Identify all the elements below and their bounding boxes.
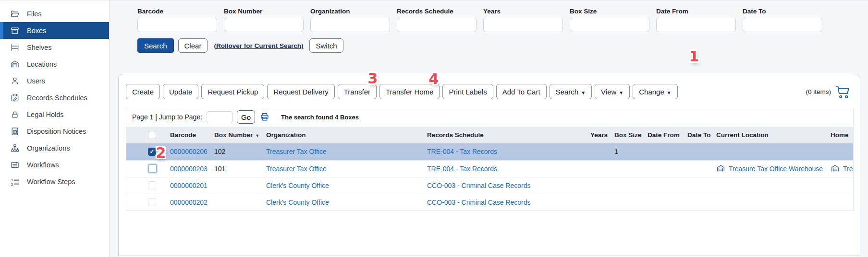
sidebar-item-label: Files — [27, 10, 42, 18]
row-checkbox[interactable] — [148, 198, 156, 206]
box-number-cell: 102 — [209, 143, 261, 160]
filter-box-size: Box Size — [570, 8, 652, 32]
svg-text:2: 2 — [11, 182, 13, 186]
filter-barcode: Barcode — [137, 8, 220, 32]
organization-input[interactable] — [310, 18, 390, 32]
organization-link[interactable]: Clerk's County Office — [266, 199, 329, 206]
sidebar-item-users[interactable]: Users — [0, 72, 109, 89]
barcode-link[interactable]: 0000000203 — [170, 165, 208, 173]
search-button[interactable]: Search — [137, 38, 174, 53]
cart-icon[interactable] — [835, 85, 851, 99]
sidebar-item-records-schedules[interactable]: Records Schedules — [0, 89, 109, 106]
table-row[interactable]: 0000000203 101 Treasurer Tax Office TRE-… — [126, 160, 854, 177]
change-dropdown[interactable]: Change▼ — [633, 84, 677, 99]
filter-label: Date From — [656, 8, 739, 15]
sidebar-item-organizations[interactable]: Organizations — [0, 140, 109, 156]
workflow-steps-icon: 12 — [10, 177, 20, 187]
filter-actions: Search Clear (Rollover for Current Searc… — [137, 38, 868, 53]
column-header-date-to[interactable]: Date To — [682, 127, 711, 143]
date-to-input[interactable] — [743, 18, 822, 32]
date-from-cell — [642, 194, 682, 210]
disposition-notices-icon — [10, 127, 20, 136]
app-root: Files Boxes Shelves Locations Users Reco… — [0, 0, 868, 257]
barcode-input[interactable] — [137, 18, 217, 32]
select-all-checkbox[interactable] — [148, 131, 156, 139]
years-input[interactable] — [483, 18, 563, 32]
records-schedule-link[interactable]: TRE-004 - Tax Records — [427, 148, 497, 155]
clear-button[interactable]: Clear — [178, 38, 208, 53]
table-row[interactable]: 0000000206 102 Treasurer Tax Office TRE-… — [126, 143, 854, 160]
switch-button[interactable]: Switch — [309, 38, 343, 53]
records-schedule-link[interactable]: CCO-003 - Criminal Case Records — [427, 199, 531, 206]
home-location-cell — [825, 143, 854, 160]
sidebar-item-label: Users — [27, 77, 45, 85]
sidebar-item-workflows[interactable]: Workflows — [0, 156, 109, 173]
records-schedule-input[interactable] — [397, 18, 477, 32]
sidebar-item-disposition-notices[interactable]: Disposition Notices — [0, 123, 109, 140]
date-to-cell — [682, 160, 711, 177]
box-size-cell — [609, 194, 642, 210]
sidebar-item-locations[interactable]: Locations — [0, 56, 109, 72]
column-header-label: Box Number — [214, 131, 253, 139]
update-button[interactable]: Update — [163, 84, 198, 99]
transfer-button[interactable]: Transfer — [338, 84, 377, 99]
sidebar-item-boxes[interactable]: Boxes — [0, 22, 109, 39]
records-schedule-link[interactable]: CCO-003 - Criminal Case Records — [427, 182, 531, 189]
box-number-input[interactable] — [224, 18, 304, 32]
home-location-cell — [825, 194, 854, 210]
sidebar-item-files[interactable]: Files — [0, 5, 109, 22]
organization-link[interactable]: Treasurer Tax Office — [266, 165, 327, 173]
table-row[interactable]: 0000000202 Clerk's County Office CCO-003… — [126, 194, 854, 210]
current-location-cell — [711, 177, 825, 194]
date-from-input[interactable] — [656, 18, 736, 32]
jump-to-page-input[interactable] — [207, 111, 232, 123]
add-to-cart-button[interactable]: Add To Cart — [496, 84, 547, 99]
home-location-link[interactable]: Tre — [843, 165, 853, 173]
box-size-input[interactable] — [570, 18, 649, 32]
go-button[interactable]: Go — [237, 110, 255, 124]
box-number-cell — [209, 194, 261, 210]
printer-icon[interactable] — [259, 112, 270, 122]
table-row[interactable]: 0000000201 Clerk's County Office CCO-003… — [126, 177, 854, 194]
sidebar-item-workflow-steps[interactable]: 12 Workflow Steps — [0, 173, 109, 190]
sidebar-item-shelves[interactable]: Shelves — [0, 39, 109, 56]
barcode-link[interactable]: 0000000202 — [170, 199, 208, 206]
warehouse-icon — [831, 164, 840, 173]
barcode-link[interactable]: 0000000201 — [170, 182, 208, 189]
rollover-current-search-link[interactable]: (Rollover for Current Search) — [214, 42, 303, 49]
boxes-icon — [10, 26, 20, 35]
search-dropdown[interactable]: Search▼ — [550, 84, 592, 99]
request-pickup-button[interactable]: Request Pickup — [201, 84, 264, 99]
years-cell — [585, 160, 609, 177]
organization-link[interactable]: Treasurer Tax Office — [266, 148, 327, 155]
column-header-years[interactable]: Years — [585, 127, 609, 143]
records-schedule-link[interactable]: TRE-004 - Tax Records — [427, 165, 497, 173]
row-checkbox[interactable] — [148, 164, 157, 173]
current-location-cell — [711, 194, 825, 210]
column-header-home[interactable]: Home — [825, 127, 854, 143]
sidebar-item-label: Workflows — [27, 161, 59, 169]
request-delivery-button[interactable]: Request Delivery — [267, 84, 334, 99]
sidebar-item-legal-holds[interactable]: Legal Holds — [0, 106, 109, 123]
column-header-current-location[interactable]: Current Location — [711, 127, 825, 143]
column-header-records-schedule[interactable]: Records Schedule — [422, 127, 585, 143]
barcode-link[interactable]: 0000000206 — [170, 148, 208, 155]
date-from-cell — [642, 160, 682, 177]
row-checkbox[interactable] — [148, 181, 156, 189]
organization-link[interactable]: Clerk's County Office — [266, 182, 329, 189]
transfer-home-button[interactable]: Transfer Home — [379, 84, 440, 99]
view-dropdown[interactable]: View▼ — [595, 84, 630, 99]
column-header-box-number[interactable]: Box Number▼ — [209, 127, 261, 143]
filter-years: Years — [483, 8, 566, 32]
column-header-box-size[interactable]: Box Size — [609, 127, 642, 143]
box-size-cell — [609, 160, 642, 177]
column-header-barcode[interactable]: Barcode — [165, 127, 209, 143]
create-button[interactable]: Create — [126, 84, 160, 99]
svg-text:1: 1 — [11, 177, 13, 182]
print-labels-button[interactable]: Print Labels — [442, 84, 493, 99]
row-checkbox-checked[interactable] — [148, 148, 156, 156]
box-size-cell: 1 — [609, 143, 642, 160]
current-location-link[interactable]: Treasure Tax Office Warehouse — [729, 165, 823, 173]
column-header-date-from[interactable]: Date From — [642, 127, 682, 143]
column-header-organization[interactable]: Organization — [261, 127, 422, 143]
